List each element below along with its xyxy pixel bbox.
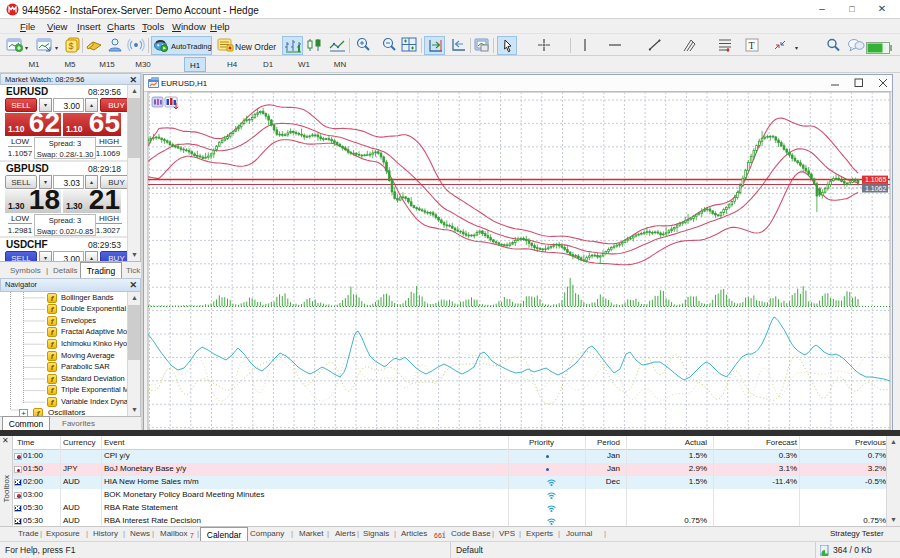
svg-text:$: $	[69, 41, 74, 51]
svg-text:1.1062: 1.1062	[865, 185, 887, 192]
svg-text:T: T	[749, 40, 755, 51]
svg-text:1.1065: 1.1065	[865, 176, 887, 183]
svg-text:EURUSD,H1: EURUSD,H1	[161, 79, 208, 88]
